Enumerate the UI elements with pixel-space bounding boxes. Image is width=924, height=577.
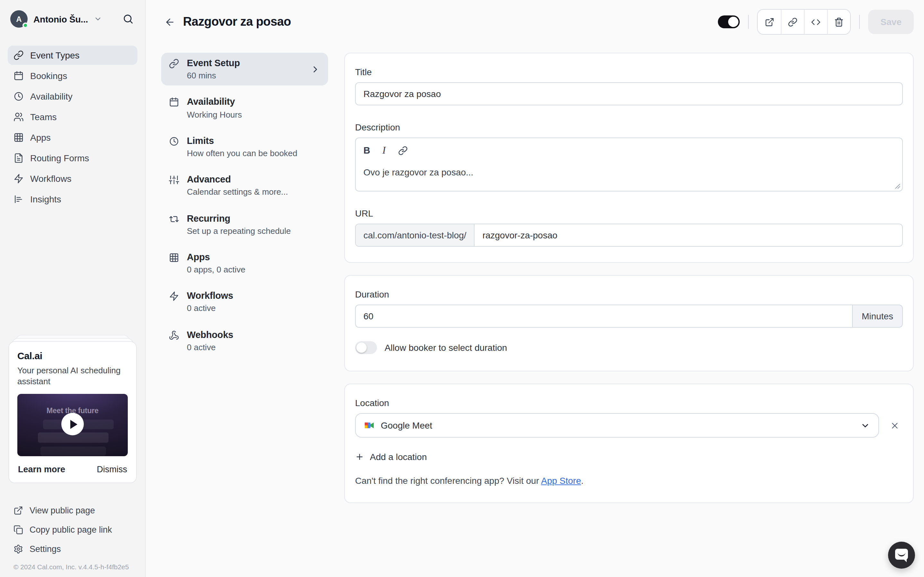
- sidebar-spacer: [8, 209, 137, 341]
- settings-link[interactable]: Settings: [8, 540, 137, 558]
- users-icon: [13, 112, 24, 122]
- italic-button[interactable]: I: [381, 145, 387, 156]
- sidebar-item-bookings[interactable]: Bookings: [8, 66, 137, 85]
- tab-title: Limits: [187, 135, 214, 146]
- resize-handle[interactable]: [895, 183, 900, 189]
- copy-public-page-link[interactable]: Copy public page link: [8, 521, 137, 538]
- tab-subtitle: 0 apps, 0 active: [187, 265, 245, 275]
- tab-title: Recurring: [187, 213, 230, 223]
- sidebar-item-availability[interactable]: Availability: [8, 87, 137, 106]
- sidebar-item-workflows[interactable]: Workflows: [8, 169, 137, 188]
- clock-icon: [13, 91, 24, 102]
- description-editor[interactable]: B I Ovo je razgovor za posao...: [355, 137, 903, 192]
- video-decor-row: [40, 446, 106, 456]
- remove-location-button[interactable]: [890, 421, 900, 430]
- copy-icon: [13, 525, 23, 534]
- tab-webhooks[interactable]: Webhooks 0 active: [161, 324, 328, 357]
- duration-input[interactable]: [355, 305, 852, 328]
- tab-workflows[interactable]: Workflows 0 active: [161, 285, 328, 319]
- conferencing-help-text: Can't find the right conferencing app? V…: [355, 475, 903, 486]
- bold-button[interactable]: B: [363, 145, 370, 155]
- back-button[interactable]: [161, 13, 178, 30]
- preview-button[interactable]: [758, 10, 781, 34]
- app-store-link[interactable]: App Store: [541, 475, 581, 486]
- plus-icon: [355, 452, 364, 461]
- tab-subtitle: How often you can be booked: [187, 148, 297, 159]
- event-action-group: [757, 9, 851, 35]
- description-text[interactable]: Ovo je razgovor za posao...: [363, 167, 895, 177]
- close-icon: [890, 421, 900, 430]
- sidebar-item-teams[interactable]: Teams: [8, 107, 137, 127]
- sidebar-item-label: Teams: [30, 112, 56, 122]
- title-input[interactable]: [355, 82, 903, 105]
- cal-app: A Antonio Šu... Event Types Bookings: [0, 0, 924, 577]
- tab-title: Availability: [187, 97, 235, 107]
- url-prefix: cal.com/antonio-test-blog/: [356, 224, 475, 246]
- calai-video-thumbnail[interactable]: Meet the future: [17, 394, 128, 456]
- footer-link-label: Settings: [29, 544, 61, 554]
- sliders-icon: [169, 175, 179, 185]
- sidebar-item-routing-forms[interactable]: Routing Forms: [8, 148, 137, 168]
- tab-subtitle: 0 active: [187, 342, 233, 353]
- link-icon: [398, 145, 407, 155]
- event-enabled-toggle[interactable]: [718, 15, 740, 28]
- duration-card: Duration Minutes Allow booker to select …: [344, 275, 914, 371]
- basics-card: Title Description B I: [344, 53, 914, 263]
- link-icon: [169, 58, 179, 69]
- sidebar-item-apps[interactable]: Apps: [8, 128, 137, 147]
- tab-apps[interactable]: Apps 0 apps, 0 active: [161, 247, 328, 280]
- tab-limits[interactable]: Limits How often you can be booked: [161, 131, 328, 164]
- tab-event-setup[interactable]: Event Setup 60 mins: [161, 53, 328, 86]
- embed-code-icon: [811, 17, 821, 27]
- avatar-letter: A: [16, 15, 21, 23]
- delete-button[interactable]: [828, 10, 850, 34]
- main-content: Razgovor za posao: [146, 0, 924, 577]
- gear-icon: [13, 544, 23, 554]
- duration-field: Minutes: [355, 305, 903, 328]
- tab-subtitle: Set up a repeating schedule: [187, 226, 291, 237]
- search-icon[interactable]: [121, 12, 135, 26]
- external-link-icon: [13, 505, 23, 515]
- chat-launcher-button[interactable]: [888, 542, 915, 569]
- url-slug-input[interactable]: [475, 224, 902, 246]
- tab-title: Event Setup: [187, 58, 240, 68]
- dismiss-link[interactable]: Dismiss: [97, 464, 127, 474]
- google-meet-icon: [364, 420, 374, 430]
- duration-unit: Minutes: [852, 305, 903, 328]
- divider: [860, 15, 860, 29]
- copy-link-button[interactable]: [781, 10, 804, 34]
- preview-icon: [765, 17, 775, 27]
- user-menu[interactable]: A Antonio Šu...: [8, 9, 137, 29]
- save-button[interactable]: Save: [868, 10, 914, 34]
- embed-code-button[interactable]: [804, 10, 828, 34]
- tab-title: Webhooks: [187, 329, 233, 340]
- calendar-icon: [13, 71, 24, 81]
- tab-availability[interactable]: Availability Working Hours: [161, 92, 328, 125]
- user-name: Antonio Šu...: [34, 14, 88, 24]
- description-toolbar: B I: [363, 145, 895, 156]
- sidebar-item-event-types[interactable]: Event Types: [8, 46, 137, 65]
- location-select[interactable]: Google Meet: [355, 413, 879, 438]
- tab-recurring[interactable]: Recurring Set up a repeating schedule: [161, 208, 328, 241]
- view-public-page-link[interactable]: View public page: [8, 501, 137, 519]
- add-location-button[interactable]: Add a location: [355, 452, 427, 462]
- sidebar-item-label: Bookings: [30, 71, 67, 81]
- allow-booker-duration-toggle[interactable]: [355, 341, 377, 354]
- tab-title: Advanced: [187, 174, 231, 184]
- play-button[interactable]: [61, 413, 84, 435]
- location-card: Location Google Meet: [344, 384, 914, 503]
- title-label: Title: [355, 67, 903, 77]
- grid-icon: [13, 132, 24, 143]
- learn-more-link[interactable]: Learn more: [18, 464, 65, 474]
- sidebar-item-insights[interactable]: Insights: [8, 190, 137, 209]
- sidebar-item-label: Insights: [30, 194, 61, 204]
- page-title: Razgovor za posao: [183, 15, 291, 29]
- tab-advanced[interactable]: Advanced Calendar settings & more...: [161, 169, 328, 202]
- location-value: Google Meet: [381, 420, 432, 430]
- description-label: Description: [355, 122, 903, 132]
- sidebar: A Antonio Šu... Event Types Bookings: [0, 0, 146, 577]
- tab-subtitle: 0 active: [187, 304, 233, 314]
- sidebar-item-label: Apps: [30, 132, 51, 143]
- insert-link-button[interactable]: [398, 145, 407, 155]
- duration-label: Duration: [355, 289, 903, 300]
